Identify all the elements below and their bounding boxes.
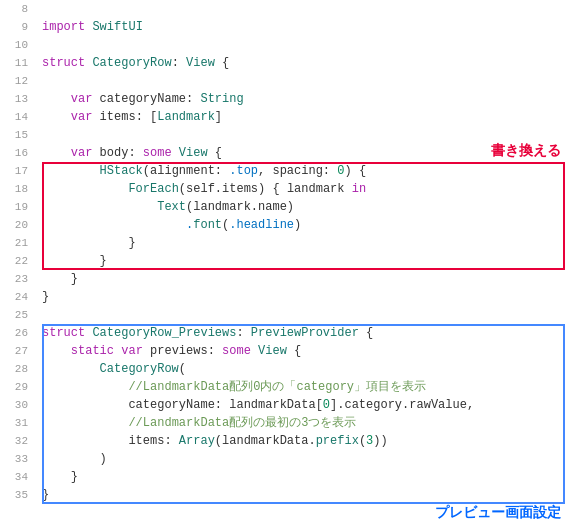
code-line-27: 27 static var previews: some View {: [0, 342, 573, 360]
code-line-13: 13 var categoryName: String: [0, 90, 573, 108]
code-line-11: 11 struct CategoryRow: View {: [0, 54, 573, 72]
code-line-25: 25: [0, 306, 573, 324]
code-line-10: 10: [0, 36, 573, 54]
code-line-29: 29 //LandmarkData配列0内の「category」項目を表示: [0, 378, 573, 396]
code-line-20: 20 .font(.headline): [0, 216, 573, 234]
code-line-23: 23 }: [0, 270, 573, 288]
code-line-14: 14 var items: [Landmark]: [0, 108, 573, 126]
code-line-18: 18 ForEach(self.items) { landmark in: [0, 180, 573, 198]
code-line-34: 34 }: [0, 468, 573, 486]
code-line-22: 22 }: [0, 252, 573, 270]
code-line-24: 24 }: [0, 288, 573, 306]
annotation-rewrite: 書き換える: [491, 142, 561, 160]
code-line-15: 15: [0, 126, 573, 144]
code-line-17: 17 HStack(alignment: .top, spacing: 0) {: [0, 162, 573, 180]
code-line-26: 26 struct CategoryRow_Previews: PreviewP…: [0, 324, 573, 342]
code-line-21: 21 }: [0, 234, 573, 252]
code-line-8: 8: [0, 0, 573, 18]
code-line-33: 33 ): [0, 450, 573, 468]
code-line-16: 16 var body: some View {: [0, 144, 573, 162]
code-editor: 8 9 import SwiftUI 10 11 struct Category…: [0, 0, 573, 528]
annotation-preview-setting: プレビュー画面設定: [435, 504, 561, 522]
code-line-19: 19 Text(landmark.name): [0, 198, 573, 216]
code-line-9: 9 import SwiftUI: [0, 18, 573, 36]
code-line-32: 32 items: Array(landmarkData.prefix(3)): [0, 432, 573, 450]
code-line-31: 31 //LandmarkData配列の最初の3つを表示: [0, 414, 573, 432]
code-line-12: 12: [0, 72, 573, 90]
code-line-35: 35 }: [0, 486, 573, 504]
code-line-30: 30 categoryName: landmarkData[0].categor…: [0, 396, 573, 414]
code-line-28: 28 CategoryRow(: [0, 360, 573, 378]
